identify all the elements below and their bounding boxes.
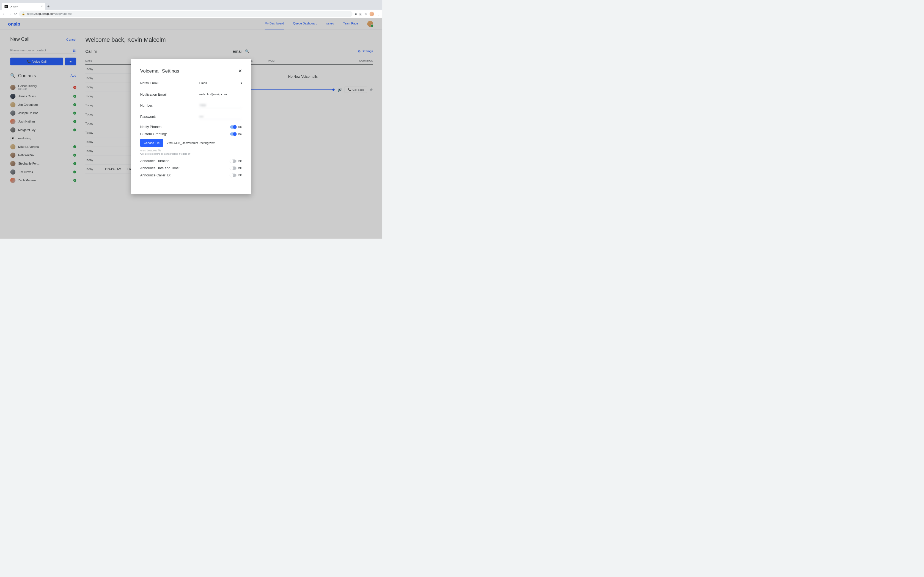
modal-title: Voicemail Settings [140,68,179,74]
announce-callerid-toggle[interactable] [230,174,236,177]
custom-greeting-label: Custom Greeting: [140,132,167,136]
browser-tab-bar: ◻ OnSIP × + [0,0,382,10]
toggle-state: Off [238,174,242,177]
password-field[interactable] [199,114,242,119]
browser-profile-avatar[interactable] [370,11,374,16]
chevron-down-icon: ▾ [241,81,242,85]
choose-file-button[interactable]: Choose File [140,139,163,147]
notify-email-label: Notify Email: [140,81,199,85]
url-text: https://app.onsip.com/app/#/home [27,12,71,16]
close-icon[interactable]: × [41,5,43,8]
toggle-state: On [238,132,242,136]
browser-tab[interactable]: ◻ OnSIP × [2,3,45,10]
close-icon[interactable]: ✕ [238,68,242,74]
star-icon[interactable]: ☆ [364,12,367,16]
tab-title: OnSIP [10,5,18,8]
forward-button[interactable]: → [7,11,12,16]
browser-toolbar: ← → ⟳ 🔒 https://app.onsip.com/app/#/home… [0,10,382,18]
toggle-state: Off [238,160,242,163]
announce-datetime-label: Announce Date and Time: [140,166,180,170]
notification-email-label: Notification Email: [140,92,199,96]
notify-phones-toggle[interactable] [230,125,236,129]
modal-overlay[interactable]: Voicemail Settings ✕ Notify Email: Email… [0,18,382,239]
back-button[interactable]: ← [2,11,6,16]
announce-callerid-label: Announce Caller ID: [140,173,171,177]
address-bar[interactable]: 🔒 https://app.onsip.com/app/#/home [19,11,352,17]
file-hint: *must be a .wav file *will delete existi… [140,149,242,156]
announce-duration-label: Announce Duration: [140,159,171,163]
camera-icon[interactable]: ■ [355,12,357,16]
password-label: Password: [140,114,199,118]
key-icon[interactable]: ⚿ [359,12,362,16]
announce-duration-toggle[interactable] [230,160,236,163]
announce-datetime-toggle[interactable] [230,166,236,170]
custom-greeting-toggle[interactable] [230,132,236,136]
menu-icon[interactable]: ⋮ [376,12,380,16]
voicemail-settings-modal: Voicemail Settings ✕ Notify Email: Email… [131,59,251,194]
reload-button[interactable]: ⟳ [13,11,18,16]
tab-favicon: ◻ [5,5,8,8]
file-name: VM/14308_UnavailableGreeting.wav [166,141,215,145]
notify-email-select[interactable]: Email ▾ [199,81,242,86]
notify-phones-label: Notify Phones: [140,125,163,129]
notify-email-value: Email [199,81,207,85]
number-field[interactable] [199,103,242,108]
toggle-state: On [238,125,242,129]
app-root: onsip My Dashboard Queue Dashboard sayso… [0,18,382,239]
toggle-state: Off [238,166,242,170]
number-label: Number: [140,103,199,108]
new-tab-button[interactable]: + [45,4,52,8]
lock-icon: 🔒 [22,12,25,16]
notification-email-field[interactable] [199,92,242,97]
